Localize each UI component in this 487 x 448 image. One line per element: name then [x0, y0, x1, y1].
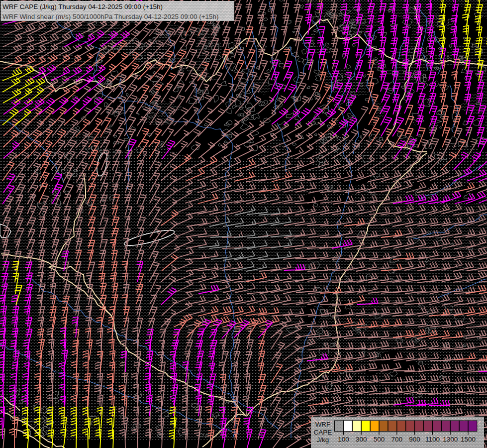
svg-text:500: 500 [374, 436, 385, 443]
svg-text:700: 700 [391, 436, 403, 443]
svg-text:300: 300 [356, 436, 367, 443]
svg-text:1500: 1500 [461, 436, 476, 443]
svg-text:1100: 1100 [425, 436, 440, 443]
svg-text:CAPE: CAPE [314, 429, 332, 436]
svg-text:J/kg: J/kg [317, 436, 329, 444]
svg-text:WRF CAPE (J/kg) Thursday 04-12: WRF CAPE (J/kg) Thursday 04-12-2025 09:0… [2, 3, 163, 10]
svg-text:100: 100 [338, 436, 349, 443]
svg-text:1300: 1300 [443, 436, 458, 443]
svg-text:900: 900 [409, 436, 420, 443]
svg-text:WRF Wind shear (m/s) 500/1000h: WRF Wind shear (m/s) 500/1000hPa Thursda… [2, 13, 219, 20]
svg-text:WRF: WRF [315, 421, 331, 428]
